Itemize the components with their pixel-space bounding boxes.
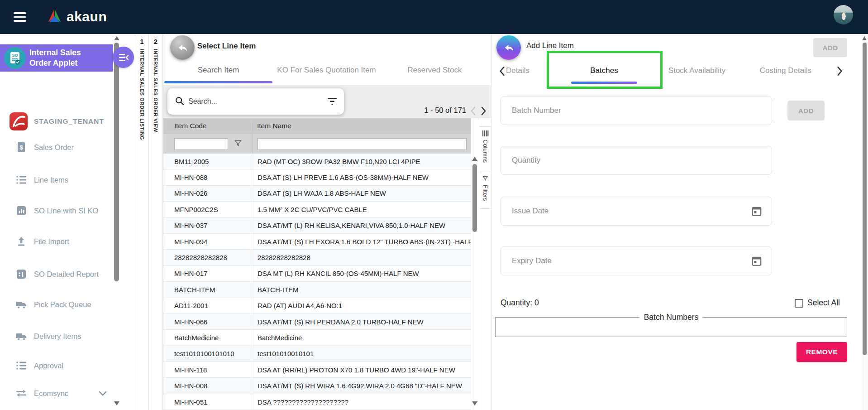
quantity-summary: Quantity: 0 [501,298,539,308]
table-scroll-up-arrow[interactable] [472,157,477,161]
table-scroll-down-arrow[interactable] [472,401,477,405]
table-row[interactable]: MI-HN-118 DSA AT (RR/RL) PROTON X70 1.8 … [163,362,471,378]
tab-ko-for-sales-quotation-item[interactable]: KO For Sales Quotation Item [272,66,381,77]
table-row[interactable]: MI-HN-066 DSA AT/MT (S) RH PERDANA 2.0 T… [163,314,471,330]
applet-header[interactable]: SO Internal Sales Order Applet [0,44,113,72]
user-avatar[interactable] [834,5,853,24]
table-scrollbar-thumb[interactable] [472,164,477,232]
add-line-item-button[interactable]: ADD [813,38,847,57]
workspace-tab-internal-sales-order-view[interactable]: 2 INTERNAL SALES ORDER VIEW [149,34,163,410]
table-row[interactable]: MI-HN-094 DSA AT/MT (S) LH EXORA 1.6 BOL… [163,234,471,250]
table-row[interactable]: MI-HN-037 DSA AT/MT (L) RH KELISA,KENARI… [163,218,471,234]
sidebar-scroll-up-arrow[interactable] [114,36,119,40]
table-row[interactable]: MI-HN-008 DSA AT/MT (S) RH WIRA 1.6 4G92… [163,378,471,394]
sidebar-item-so-detailed-report[interactable]: SO Detailed Report [0,265,113,284]
quantity-field [501,146,772,175]
item-name-cell: 28282828282828 [253,250,471,265]
select-panel-back-button[interactable] [170,35,195,60]
add-panel-back-button[interactable] [496,35,521,60]
batch-number-input[interactable] [512,96,738,125]
tab-stock-availability[interactable]: Stock Availability [652,66,742,77]
sidebar-collapse-button[interactable] [113,47,134,68]
list-icon [15,360,27,371]
panel-scroll-up-arrow[interactable] [862,36,867,40]
table-row[interactable]: test1010100101010 test101010010101 [163,346,471,362]
table-row[interactable]: MFNP002C2S 1.5 MM² X 2C CU/PVC/PVC CABLE [163,202,471,217]
workspace-tab-internal-sales-order-listing[interactable]: 1 INTERNAL SALES ORDER LISTING [135,34,149,410]
item-name-cell: DSA AT/MT (S) RH PERDANA 2.0 TURBO-HALF … [253,314,471,329]
quantity-input[interactable] [512,146,738,174]
chevron-down-icon[interactable] [99,390,107,398]
sidebar-item-staging-tenant[interactable]: STAGING_TENANT [0,112,113,131]
item-table-body: BM11-2005 RAD (MT-OC) 3ROW PA32 BMW F10,… [163,154,471,410]
search-input[interactable] [188,95,310,108]
table-filter-row [163,134,471,154]
sidebar-scrollbar-thumb[interactable] [114,43,119,281]
tab-reserved-stock[interactable]: Reserved Stock [381,66,489,77]
sidebar-item-approval[interactable]: Approval [0,356,113,375]
calendar-icon[interactable] [751,205,763,219]
calendar-icon[interactable] [751,255,763,269]
list-icon [15,174,27,186]
table-row[interactable]: MI-HN-088 DSA AT (S) LH PREVE 1.6 ABS-(O… [163,169,471,185]
sidebar: SO Internal Sales Order Applet STA [0,34,113,410]
column-header-item-name[interactable]: Item Name [253,118,471,134]
table-row[interactable]: BATCH-ITEM BATCH-ITEM [163,282,471,298]
sidebar-item-pick-pack-queue[interactable]: Pick Pack Queue [0,295,113,314]
sync-arrows-icon [15,387,27,399]
columns-icon [482,130,489,137]
funnel-icon[interactable] [234,139,243,148]
item-name-filter-input[interactable] [258,138,467,150]
tab-costing-details[interactable]: Costing Details [747,66,825,77]
tab-details[interactable]: Details [506,66,536,77]
select-all-checkbox[interactable] [795,299,803,308]
tab-search-item[interactable]: Search Item [164,66,272,77]
panel-divider [491,34,491,410]
item-code-filter-input[interactable] [174,138,228,150]
table-row[interactable]: MI-HN-017 DSA MT (L) RH KANCIL 850-(OS-4… [163,266,471,282]
batch-numbers-listbox[interactable]: Batch Numbers [495,313,847,337]
sidebar-item-file-import[interactable]: File Import [0,232,113,251]
batch-number-field [501,96,772,125]
sidebar-item-delivery-items[interactable]: Delivery Items [0,327,113,346]
batch-add-button[interactable]: ADD [787,101,825,121]
sidebar-item-line-items[interactable]: Line Items [0,170,113,189]
pagination-next-icon[interactable] [481,106,487,116]
panel-scrollbar-thumb[interactable] [863,43,867,355]
column-header-item-code[interactable]: Item Code [163,122,253,130]
table-row[interactable]: MI-HN-026 DSA AT (S) LH WAJA 1.8 ABS-HAL… [163,186,471,202]
app-window: akaun SO Internal Sales Order Applet [0,0,868,410]
table-header-row: Item Code Item Name [163,118,471,134]
sidebar-item-so-line-with-si-ko[interactable]: SO Line with SI KO [0,201,113,220]
back-arrow-icon [503,42,515,53]
table-row[interactable]: BM11-2005 RAD (MT-OC) 3ROW PA32 BMW F10,… [163,154,471,169]
hamburger-menu-icon[interactable] [14,12,26,22]
item-name-cell: 1.5 MM² X 2C CU/PVC/PVC CABLE [253,202,471,217]
table-scrollbar-track[interactable] [471,118,479,410]
item-code-cell: BM11-2005 [163,158,253,165]
columns-side-tab[interactable]: Columns [479,126,491,172]
expiry-date-input[interactable] [512,247,738,275]
tabs-scroll-right-icon[interactable] [836,66,844,76]
batch-numbers-legend: Batch Numbers [639,313,703,322]
pagination-range: 1 - 50 of 171 [407,106,466,115]
item-name-cell: DSA AT (S) LH WAJA 1.8 ABS-HALF NEW [253,186,471,201]
table-row[interactable]: MI-HN-051 DSA ???????????????????? [163,394,471,410]
item-code-cell: MI-HN-118 [163,366,253,374]
select-panel-title: Select Line Item [197,42,256,51]
tabs-scroll-left-icon[interactable] [498,66,506,76]
pagination-prev-icon[interactable] [470,106,476,116]
table-row[interactable]: AD11-2001 RAD (AT) AUDI A4,A6-NO:1 [163,298,471,314]
item-name-cell: test101010010101 [253,346,471,362]
item-code-cell: MI-HN-094 [163,238,253,246]
table-row[interactable]: 28282828282828 28282828282828 [163,250,471,265]
sidebar-item-ecomsync[interactable]: Ecomsync [0,384,113,403]
sidebar-item-sales-order[interactable]: $ Sales Order [0,138,113,157]
filters-side-tab[interactable]: Filters [479,172,491,209]
tab-batches[interactable]: Batches [575,66,634,77]
filter-list-icon[interactable] [327,96,338,106]
table-row[interactable]: BatchMedicine BatchMedicine [163,330,471,346]
remove-button[interactable]: REMOVE [796,342,847,362]
issue-date-input[interactable] [512,197,738,225]
sidebar-scroll-down-arrow[interactable] [114,401,119,405]
